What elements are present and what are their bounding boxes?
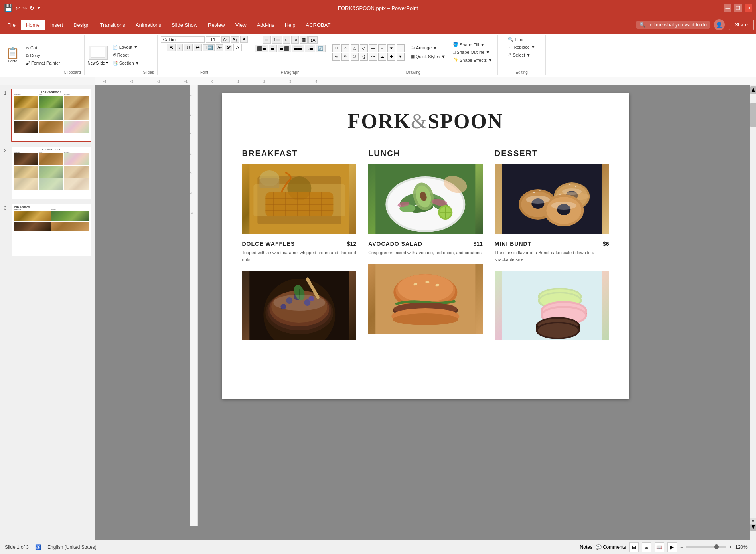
align-left-button[interactable]: ⬛☰ — [255, 45, 268, 52]
shape-triangle[interactable]: △ — [351, 44, 359, 52]
refresh-btn[interactable]: ↻ — [30, 5, 34, 11]
cut-button[interactable]: ✂ Cut — [24, 45, 62, 51]
shape-cross[interactable]: ✚ — [387, 53, 395, 61]
font-shrink-button[interactable]: A↓ — [231, 36, 239, 43]
font-color-btn[interactable]: A — [233, 44, 242, 51]
menu-transitions[interactable]: Transitions — [95, 20, 130, 30]
menu-review[interactable]: Review — [203, 20, 230, 30]
format-painter-button[interactable]: 🖌 Format Painter — [24, 60, 62, 66]
reset-button[interactable]: ↺ Reset — [111, 52, 142, 59]
arrange-dropdown[interactable]: ▼ — [433, 46, 437, 50]
shape-cloud[interactable]: ☁ — [378, 53, 386, 61]
decrease-indent-button[interactable]: ⇤ — [283, 36, 290, 44]
menu-file[interactable]: File — [2, 20, 20, 30]
shape-heart[interactable]: ♥ — [397, 53, 405, 61]
copy-button[interactable]: ⧉ Copy — [24, 52, 62, 59]
font-grow-button[interactable]: A↑ — [221, 36, 230, 43]
scroll-up-arrow[interactable]: ▲ — [750, 86, 756, 94]
shape-effects-button[interactable]: ✨ Shape Effects ▼ — [451, 57, 494, 63]
bullets-button[interactable]: ☰ — [263, 36, 271, 44]
shape-circle[interactable]: ○ — [341, 44, 349, 52]
font-name-input[interactable] — [161, 36, 205, 43]
convert-smartart-button[interactable]: 🔄 — [316, 45, 326, 52]
undo-btn[interactable]: ↩ — [15, 5, 20, 11]
replace-button[interactable]: ↔ Replace ▼ — [506, 44, 537, 50]
menu-view[interactable]: View — [231, 20, 251, 30]
menu-slideshow[interactable]: Slide Show — [167, 20, 202, 30]
menu-home[interactable]: Home — [21, 20, 45, 30]
numbering-button[interactable]: 1☰ — [272, 36, 282, 44]
quick-styles-dropdown[interactable]: ▼ — [441, 54, 446, 59]
slide-canvas-area[interactable]: 4 3 2 1 0 -1 -2 FORK&SPOON BREAKFAST — [95, 85, 756, 540]
zoom-in-btn[interactable]: + — [729, 544, 732, 550]
font-size-input[interactable] — [206, 36, 220, 43]
underline-button[interactable]: U — [184, 44, 192, 51]
clear-format-button[interactable]: ✗ — [240, 36, 248, 43]
redo-btn[interactable]: ↪ — [22, 5, 27, 11]
share-button[interactable]: Share — [729, 20, 754, 30]
accessibility-icon[interactable]: ♿ — [35, 544, 41, 550]
cols-button[interactable]: ▦ — [300, 36, 308, 44]
collapse-btn[interactable]: ≡ — [750, 518, 756, 525]
text-dir-button[interactable]: ↕A — [308, 36, 318, 44]
shape-freeform[interactable]: ✏ — [341, 53, 349, 61]
select-button[interactable]: ↗ Select ▼ — [506, 51, 537, 58]
slide-1-thumbnail[interactable]: FORK&SPOON BREAKFAST LUNCH DESSERT — [11, 89, 91, 142]
superscript-button[interactable]: A² — [225, 45, 232, 51]
zoom-slider[interactable] — [686, 546, 726, 548]
shadow-button[interactable]: T🔤 — [203, 44, 215, 51]
shape-fill-button[interactable]: 🪣 Shape Fill ▼ — [451, 41, 494, 48]
slide-3-thumbnail[interactable]: FORK & SPOON BREAKFAST LUNCH — [11, 204, 91, 257]
close-btn[interactable]: ✕ — [745, 4, 752, 12]
search-bar[interactable]: 🔍 Tell me what you want to do — [636, 21, 710, 29]
shape-arrow[interactable]: → — [378, 44, 386, 52]
reading-view-button[interactable]: 📖 — [655, 542, 664, 552]
slide-sorter-button[interactable]: ⊟ — [642, 542, 651, 552]
shape-wave[interactable]: 〜 — [369, 53, 377, 61]
shape-outline-button[interactable]: □ Shape Outline ▼ — [451, 49, 494, 55]
notes-button[interactable]: Notes — [580, 544, 592, 550]
arrange-button[interactable]: 🗂 Arrange ▼ — [408, 44, 448, 51]
new-slide-dropdown[interactable]: ▼ — [105, 61, 109, 65]
line-spacing-button[interactable]: ↕☰ — [305, 45, 315, 52]
align-center-button[interactable]: ☰ — [269, 45, 277, 52]
menu-insert[interactable]: Insert — [45, 20, 68, 30]
zoom-level[interactable]: 120% — [735, 544, 751, 550]
menu-design[interactable]: Design — [69, 20, 94, 30]
slide-canvas[interactable]: FORK&SPOON BREAKFAST — [222, 93, 629, 399]
menu-acrobat[interactable]: ACROBAT — [301, 20, 336, 30]
layout-button[interactable]: 📄 Layout ▼ — [111, 44, 142, 51]
subscript-button[interactable]: A₂ — [216, 44, 223, 51]
scroll-thumb[interactable] — [750, 103, 756, 127]
vertical-scrollbar[interactable]: ▲ ▼ ≡ — [750, 85, 756, 540]
shape-bracket[interactable]: {} — [360, 53, 368, 61]
paste-button[interactable]: 📋 Paste — [3, 47, 22, 64]
slideshow-button[interactable]: ▶ — [667, 542, 677, 552]
strikethrough-button[interactable]: S — [194, 44, 202, 51]
normal-view-button[interactable]: ⊞ — [629, 542, 639, 552]
quick-styles-button[interactable]: ▦ Quick Styles ▼ — [408, 53, 448, 60]
bold-button[interactable]: B — [167, 44, 175, 51]
minimize-btn[interactable]: — — [724, 4, 731, 12]
find-button[interactable]: 🔍 Find — [506, 36, 537, 43]
menu-addins[interactable]: Add-ins — [252, 20, 279, 30]
shape-pentagon[interactable]: ⬠ — [351, 53, 359, 61]
shape-star[interactable]: ★ — [387, 44, 395, 52]
shape-diamond[interactable]: ◇ — [360, 44, 368, 52]
section-button[interactable]: 📑 Section ▼ — [111, 60, 142, 67]
slide-2-thumbnail[interactable]: FORK&SPOON BREAKFAST LUNCH DESSERT — [11, 146, 91, 200]
menu-help[interactable]: Help — [280, 20, 300, 30]
comments-button[interactable]: 💬 Comments — [596, 544, 626, 550]
shape-more[interactable]: ⋯ — [397, 44, 405, 52]
zoom-out-btn[interactable]: − — [680, 544, 683, 550]
restore-btn[interactable]: ❐ — [734, 4, 742, 12]
increase-indent-button[interactable]: ⇥ — [291, 36, 299, 44]
align-right-button[interactable]: ☰⬛ — [278, 45, 291, 52]
customize-btn[interactable]: ▼ — [37, 6, 41, 10]
new-slide-preview[interactable] — [89, 46, 108, 60]
shape-curve[interactable]: ∿ — [332, 53, 340, 61]
italic-button[interactable]: I — [177, 44, 183, 51]
shape-rect[interactable]: □ — [332, 44, 340, 52]
shape-line[interactable]: — — [369, 44, 377, 52]
justify-button[interactable]: ☰☰ — [292, 45, 304, 52]
